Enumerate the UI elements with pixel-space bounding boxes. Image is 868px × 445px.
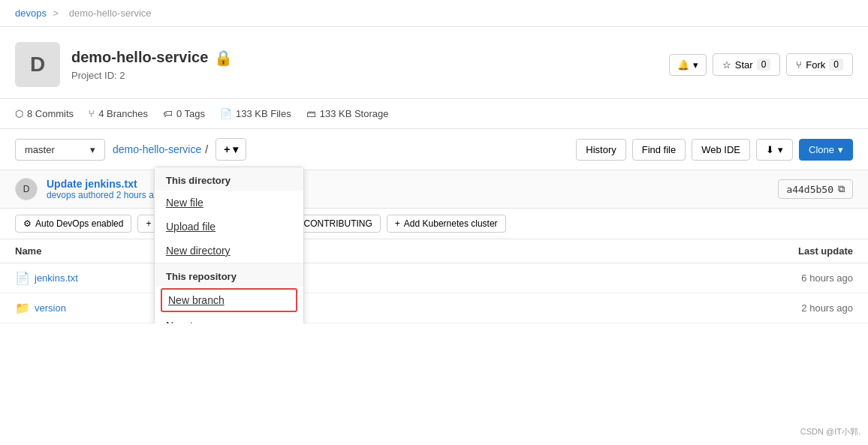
new-file-item[interactable]: New file — [155, 191, 303, 215]
add-kubernetes-button[interactable]: + Add Kubernetes cluster — [387, 215, 506, 233]
clone-label: Clone — [809, 144, 834, 155]
storage-stat: 🗃 133 KB Storage — [306, 108, 389, 119]
notification-button[interactable]: 🔔 ▾ — [669, 54, 707, 76]
branches-value: 4 Branches — [98, 108, 148, 119]
fork-icon: ⑂ — [796, 59, 802, 71]
dir-last-update: 2 hours ago — [454, 293, 868, 323]
new-directory-item[interactable]: New directory — [155, 239, 303, 263]
tags-stat[interactable]: 🏷 0 Tags — [163, 108, 205, 119]
download-chevron-icon: ▾ — [778, 144, 783, 155]
project-info: D demo-hello-service 🔒 Project ID: 2 — [15, 42, 233, 87]
star-icon: ☆ — [722, 59, 731, 71]
add-chevron-icon: ▾ — [233, 143, 238, 155]
add-kubernetes-label: Add Kubernetes cluster — [404, 218, 498, 229]
repo-path-link[interactable]: demo-hello-service — [113, 143, 201, 155]
lock-icon: 🔒 — [214, 49, 233, 67]
files-stat: 📄 133 KB Files — [220, 108, 291, 119]
gear-icon: ⚙ — [23, 218, 32, 229]
breadcrumb: devops > demo-hello-service — [0, 0, 868, 27]
chevron-down-icon: ▾ — [90, 144, 95, 155]
files-icon: 📄 — [220, 108, 232, 119]
new-tag-item[interactable]: New tag — [155, 314, 303, 323]
files-value: 133 KB Files — [236, 108, 291, 119]
repo-path: demo-hello-service / — [113, 143, 208, 155]
this-directory-title: This directory — [155, 167, 303, 191]
right-controls: History Find file Web IDE ⬇ ▾ Clone ▾ — [576, 139, 853, 161]
avatar: D — [15, 42, 60, 87]
project-id: Project ID: 2 — [71, 70, 233, 81]
star-button[interactable]: ☆ Star 0 — [713, 53, 781, 76]
add-files-bar: ⚙ Auto DevOps enabled + Add README LOG +… — [0, 209, 868, 239]
last-update-column-header: Last update — [454, 239, 868, 263]
breadcrumb-current: demo-hello-service — [69, 8, 152, 19]
commit-info: D Update jenkins.txt devops authored 2 h… — [0, 170, 868, 209]
path-separator: / — [205, 143, 208, 155]
plus-readme-icon: + — [146, 218, 151, 229]
auto-devops-label: Auto DevOps enabled — [35, 218, 123, 229]
commit-avatar: D — [15, 178, 38, 200]
chevron-down-icon: ▾ — [693, 59, 698, 71]
commit-hash: a44d5b50 ⧉ — [778, 179, 853, 199]
table-row: 📁 version 2 hours ago — [0, 293, 868, 323]
upload-file-item[interactable]: Upload file — [155, 215, 303, 239]
dropdown-menu: This directory New file Upload file New … — [154, 167, 304, 323]
file-table: Name Last update 📄 jenkins.txt 6 hours a… — [0, 239, 868, 323]
tags-icon: 🏷 — [163, 108, 173, 119]
project-header: D demo-hello-service 🔒 Project ID: 2 🔔 ▾… — [0, 27, 868, 99]
breadcrumb-separator: > — [53, 8, 62, 19]
branch-selector[interactable]: master ▾ — [15, 139, 105, 161]
table-header-row: Name Last update — [0, 239, 868, 263]
find-file-button[interactable]: Find file — [632, 139, 686, 161]
branches-stat[interactable]: ⑂ 4 Branches — [89, 108, 148, 119]
file-name: jenkins.txt — [35, 272, 78, 284]
breadcrumb-parent[interactable]: devops — [15, 8, 47, 19]
plus-icon: + — [224, 143, 230, 155]
notification-icon: 🔔 — [677, 59, 689, 71]
download-icon: ⬇ — [766, 144, 774, 155]
auto-devops-button[interactable]: ⚙ Auto DevOps enabled — [15, 215, 131, 233]
project-details: demo-hello-service 🔒 Project ID: 2 — [71, 49, 233, 81]
commits-icon: ⬡ — [15, 108, 23, 119]
new-branch-item[interactable]: New branch — [161, 288, 297, 312]
clone-button[interactable]: Clone ▾ — [799, 139, 853, 161]
table-row: 📄 jenkins.txt 6 hours ago — [0, 263, 868, 293]
folder-icon: 📁 — [15, 301, 30, 315]
commit-hash-value: a44d5b50 — [786, 184, 833, 195]
download-button[interactable]: ⬇ ▾ — [756, 139, 793, 161]
project-actions: 🔔 ▾ ☆ Star 0 ⑂ Fork 0 — [669, 53, 853, 76]
web-ide-button[interactable]: Web IDE — [692, 139, 750, 161]
copy-icon[interactable]: ⧉ — [838, 183, 845, 195]
add-button[interactable]: + ▾ — [215, 138, 246, 161]
commits-stat[interactable]: ⬡ 8 Commits — [15, 108, 74, 119]
fork-count: 0 — [829, 59, 843, 71]
dir-name: version — [35, 302, 66, 314]
commit-time: authored — [78, 190, 116, 200]
this-repository-title: This repository — [155, 263, 303, 287]
stats-bar: ⬡ 8 Commits ⑂ 4 Branches 🏷 0 Tags 📄 133 … — [0, 99, 868, 129]
history-button[interactable]: History — [576, 139, 625, 161]
fork-button[interactable]: ⑂ Fork 0 — [786, 53, 853, 76]
branch-name: master — [25, 144, 55, 155]
repo-controls: master ▾ demo-hello-service / + ▾ This d… — [0, 129, 868, 170]
project-title: demo-hello-service 🔒 — [71, 49, 233, 67]
tags-value: 0 Tags — [176, 108, 205, 119]
fork-label: Fork — [806, 59, 825, 71]
storage-value: 133 KB Storage — [320, 108, 389, 119]
clone-chevron-icon: ▾ — [838, 144, 843, 155]
plus-kubernetes-icon: + — [395, 218, 400, 229]
file-icon: 📄 — [15, 271, 30, 285]
commits-value: 8 Commits — [27, 108, 74, 119]
storage-icon: 🗃 — [306, 108, 316, 119]
branches-icon: ⑂ — [89, 108, 95, 119]
file-last-update: 6 hours ago — [454, 263, 868, 293]
star-label: Star — [735, 59, 753, 71]
star-count: 0 — [757, 59, 771, 71]
author-name[interactable]: devops — [47, 190, 76, 200]
project-name: demo-hello-service — [71, 49, 208, 66]
